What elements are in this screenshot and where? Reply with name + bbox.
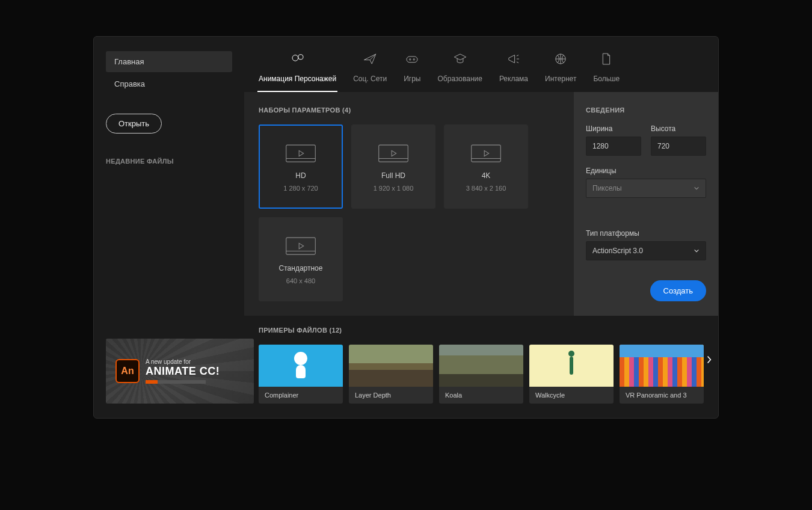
- details-title: СВЕДЕНИЯ: [586, 106, 706, 114]
- svg-rect-9: [286, 238, 316, 254]
- tab-label: Образование: [438, 75, 482, 83]
- preset-dims: 1 280 x 720: [283, 185, 318, 192]
- sample-complainer[interactable]: Complainer: [259, 345, 343, 404]
- svg-rect-8: [472, 145, 501, 162]
- height-field: Высота: [651, 124, 706, 156]
- sample-walkcycle[interactable]: Walkcycle: [529, 345, 614, 404]
- svg-rect-2: [407, 57, 417, 63]
- monitor-play-icon: [377, 141, 410, 167]
- svg-rect-6: [286, 145, 316, 162]
- tab-label: Больше: [593, 75, 620, 83]
- tab-education[interactable]: Образование: [429, 46, 491, 91]
- preset-hd[interactable]: HD 1 280 x 720: [259, 124, 343, 209]
- width-input[interactable]: [586, 137, 641, 156]
- start-screen: Главная Справка Открыть НЕДАВНИЕ ФАЙЛЫ A…: [93, 36, 719, 419]
- details-pane: СВЕДЕНИЯ Ширина Высота Единицы Пикселы: [574, 92, 718, 316]
- sample-thumb: [620, 345, 704, 387]
- svg-point-0: [292, 55, 298, 61]
- preset-name: Full HD: [381, 171, 405, 180]
- sample-name: VR Panoramic and 3: [620, 387, 704, 404]
- animate-logo-icon: An: [115, 359, 140, 383]
- tab-character-animation[interactable]: Анимация Персонажей: [250, 46, 345, 91]
- chevron-right-icon: [706, 355, 712, 364]
- chevron-down-icon: [694, 248, 700, 254]
- svg-point-4: [413, 59, 414, 60]
- promo-big-line: ANIMATE CC!: [146, 365, 220, 378]
- monitor-play-icon: [284, 141, 318, 167]
- sample-name: Koala: [439, 387, 523, 404]
- preset-name: 4K: [482, 171, 491, 180]
- sample-thumb: [349, 345, 433, 387]
- preset-standard[interactable]: Стандартное 640 x 480: [259, 217, 343, 301]
- samples-row: Complainer Layer Depth Koala Walkcycle V…: [259, 345, 704, 404]
- tab-social[interactable]: Соц. Сети: [345, 46, 395, 91]
- tab-label: Реклама: [499, 75, 528, 83]
- open-button[interactable]: Открыть: [106, 114, 162, 134]
- platform-select[interactable]: ActionScript 3.0: [586, 241, 706, 260]
- sample-name: Layer Depth: [349, 387, 433, 404]
- tab-label: Интернет: [545, 75, 576, 83]
- body-row: НАБОРЫ ПАРАМЕТРОВ (4) HD 1 280 x 720 Ful…: [244, 92, 718, 316]
- preset-dims: 3 840 x 2 160: [466, 185, 506, 192]
- preset-4k[interactable]: 4K 3 840 x 2 160: [444, 124, 528, 209]
- grad-cap-icon: [452, 51, 468, 69]
- nav-item-help[interactable]: Справка: [106, 73, 232, 94]
- svg-point-3: [410, 59, 411, 60]
- svg-rect-7: [379, 145, 408, 162]
- people-icon: [290, 51, 306, 69]
- file-icon: [598, 51, 614, 69]
- preset-dims: 640 x 480: [286, 277, 315, 284]
- monitor-play-icon: [284, 234, 318, 259]
- tab-label: Соц. Сети: [353, 75, 387, 83]
- sample-name: Walkcycle: [529, 387, 614, 404]
- tab-label: Анимация Персонажей: [259, 75, 336, 83]
- sample-thumb: [439, 345, 523, 387]
- promo-banner[interactable]: An A new update for ANIMATE CC!: [106, 339, 254, 404]
- samples-section: ПРИМЕРЫ ФАЙЛОВ (12) Complainer Layer Dep…: [244, 316, 718, 418]
- category-tabs: Анимация Персонажей Соц. Сети Игры Образ…: [244, 37, 718, 92]
- units-select: Пикселы: [586, 179, 706, 198]
- monitor-play-icon: [469, 141, 503, 167]
- width-field: Ширина: [586, 124, 641, 156]
- svg-point-1: [298, 55, 303, 60]
- tab-more[interactable]: Больше: [585, 46, 628, 91]
- units-label: Единицы: [586, 167, 706, 175]
- sample-vr-panoramic[interactable]: VR Panoramic and 3: [620, 345, 704, 404]
- sample-koala[interactable]: Koala: [439, 345, 523, 404]
- main-area: Анимация Персонажей Соц. Сети Игры Образ…: [244, 37, 718, 418]
- sample-thumb: [259, 345, 343, 387]
- presets-pane: НАБОРЫ ПАРАМЕТРОВ (4) HD 1 280 x 720 Ful…: [244, 92, 574, 316]
- create-button[interactable]: Создать: [650, 280, 706, 301]
- tab-games[interactable]: Игры: [395, 46, 429, 91]
- tab-advertising[interactable]: Реклама: [491, 46, 537, 91]
- gamepad-icon: [404, 51, 420, 69]
- tab-web[interactable]: Интернет: [537, 46, 585, 91]
- megaphone-icon: [506, 51, 521, 69]
- preset-grid: HD 1 280 x 720 Full HD 1 920 x 1 080 4K …: [259, 124, 559, 301]
- units-value: Пикселы: [592, 184, 622, 192]
- platform-label: Тип платформы: [586, 229, 706, 238]
- preset-fullhd[interactable]: Full HD 1 920 x 1 080: [351, 124, 435, 209]
- preset-name: HD: [295, 171, 306, 180]
- recent-files-title: НЕДАВНИЕ ФАЙЛЫ: [106, 158, 232, 165]
- sidebar: Главная Справка Открыть НЕДАВНИЕ ФАЙЛЫ A…: [94, 37, 244, 418]
- preset-name: Стандартное: [279, 264, 323, 272]
- height-input[interactable]: [651, 137, 706, 156]
- promo-text: A new update for ANIMATE CC!: [146, 358, 220, 384]
- preset-dims: 1 920 x 1 080: [374, 185, 414, 192]
- samples-title: ПРИМЕРЫ ФАЙЛОВ (12): [259, 327, 704, 334]
- chevron-down-icon: [694, 185, 700, 191]
- promo-progress: [146, 380, 206, 384]
- presets-title: НАБОРЫ ПАРАМЕТРОВ (4): [259, 106, 559, 114]
- sample-thumb: [529, 345, 614, 387]
- globe-icon: [553, 51, 568, 69]
- height-label: Высота: [651, 124, 706, 133]
- sample-name: Complainer: [259, 387, 343, 404]
- tab-label: Игры: [404, 75, 420, 83]
- nav-item-home[interactable]: Главная: [106, 51, 232, 72]
- width-label: Ширина: [586, 124, 641, 133]
- samples-next-button[interactable]: [704, 351, 715, 369]
- promo-small-line: A new update for: [146, 358, 220, 365]
- sample-layer-depth[interactable]: Layer Depth: [349, 345, 433, 404]
- platform-value: ActionScript 3.0: [592, 247, 643, 255]
